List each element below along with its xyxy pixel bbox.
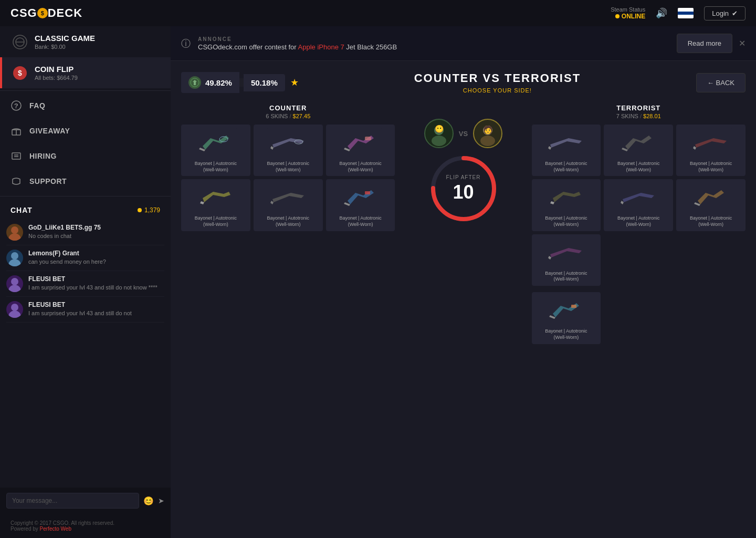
- t-player-avatar: 🧑: [473, 119, 502, 148]
- online-status: ONLINE: [615, 13, 645, 20]
- login-button[interactable]: Login ✔: [704, 6, 746, 20]
- chat-header: CHAT 1,379: [0, 201, 171, 220]
- skin-card[interactable]: Bayonet | Autotronic(Well-Worn): [604, 179, 673, 231]
- skin-card[interactable]: Bayonet | Autotronic(Well-Worn): [254, 179, 323, 231]
- game-title-section: COUNTER VS TERRORIST CHOOSE YOUR SIDE!: [414, 71, 581, 94]
- message-content: FLEUSI BET I am surprised your lvl 43 an…: [28, 275, 164, 292]
- game-area: 49.82% 50.18% ★ COUNTER VS TERRORIST CHO…: [171, 61, 756, 538]
- back-button[interactable]: ← BACK: [696, 73, 746, 92]
- star-icon[interactable]: ★: [290, 77, 299, 88]
- classic-game-icon: [13, 35, 27, 49]
- flip-timer-inner: FLIP AFTER 10: [429, 154, 498, 223]
- chat-messages: GoD_LiiKe1 BETS.gg 75 No codes in chat L…: [0, 220, 171, 488]
- game-header: 49.82% 50.18% ★ COUNTER VS TERRORIST CHO…: [181, 71, 746, 94]
- center-vs-section: 😶 VS 🧑: [406, 104, 521, 223]
- vs-section: COUNTER 6 SKINS / $27.45 Bayonet | Autot…: [181, 104, 746, 344]
- message-content: FLEUSI BET I am surprised your lvl 43 an…: [28, 301, 164, 318]
- skin-card[interactable]: Bayonet | Autotronic(Well-Worn): [676, 125, 746, 176]
- chat-count: 1,379: [138, 206, 160, 214]
- skin-card[interactable]: Bayonet | Autotronic(Well-Worn): [676, 179, 746, 231]
- message-content: Lemons(F) Grant can you send money on he…: [28, 250, 164, 266]
- svg-rect-27: [195, 182, 237, 211]
- sidebar-item-coin-flip[interactable]: $ COIN FLIP All bets: $664.79: [0, 57, 171, 88]
- svg-rect-46: [617, 182, 659, 211]
- list-item: GoD_LiiKe1 BETS.gg 75 No codes in chat: [6, 220, 164, 245]
- svg-rect-50: [571, 305, 576, 308]
- counter-stats: 6 SKINS / $27.45: [181, 113, 395, 119]
- counter-header: COUNTER 6 SKINS / $27.45: [181, 104, 395, 119]
- terrorist-stats: 7 SKINS / $28.01: [532, 113, 746, 119]
- logo-badge: $: [37, 8, 48, 18]
- flag-icon[interactable]: [678, 8, 694, 18]
- svg-rect-25: [340, 128, 382, 157]
- terrorist-header: TERRORIST 7 SKINS / $28.01: [532, 104, 746, 119]
- sidebar-item-classic-game[interactable]: CLASSIC GAME Bank: $0.00: [0, 26, 171, 57]
- svg-point-33: [432, 136, 446, 146]
- list-item: Lemons(F) Grant can you send money on he…: [6, 245, 164, 271]
- chat-online-dot: [138, 208, 142, 212]
- sidebar-item-support[interactable]: SUPPORT: [0, 169, 171, 194]
- avatar: [6, 224, 23, 241]
- coin-flip-icon: $: [13, 66, 27, 80]
- svg-rect-42: [545, 128, 587, 157]
- faq-icon: ?: [10, 100, 22, 111]
- emoji-button[interactable]: 😊: [143, 496, 154, 506]
- t-percent-panel: 50.18%: [244, 74, 285, 91]
- skin-card[interactable]: Bayonet | Autotronic(Well-Worn): [326, 179, 395, 231]
- skin-card[interactable]: Bayonet | Autotronic(Well-Worn): [326, 125, 395, 176]
- main-layout: CLASSIC GAME Bank: $0.00 $ COIN FLIP All…: [0, 26, 756, 538]
- svg-point-16: [11, 278, 18, 285]
- vs-text: VS: [459, 130, 468, 138]
- list-item: FLEUSI BET I am surprised your lvl 43 an…: [6, 271, 164, 297]
- announcement-content: ANNONCE CSGOdeck.com offer contest for A…: [198, 36, 397, 51]
- ct-icon: [188, 76, 201, 89]
- svg-point-14: [11, 252, 18, 260]
- skin-card[interactable]: Bayonet | Autotronic(Well-Worn): [532, 292, 601, 344]
- svg-rect-47: [690, 182, 732, 211]
- steam-icon: ✔: [732, 9, 738, 17]
- terrorist-skins-grid: Bayonet | Autotronic(Well-Worn) Bayonet …: [532, 125, 746, 344]
- sidebar-item-faq[interactable]: ? FAQ: [0, 93, 171, 118]
- chat-input[interactable]: [6, 493, 139, 509]
- avatars-row: 😶 VS 🧑: [424, 119, 502, 148]
- perfecto-web-link[interactable]: Perfecto Web: [40, 526, 71, 532]
- skin-card[interactable]: Bayonet | Autotronic(Well-Worn): [532, 179, 601, 231]
- svg-text:😶: 😶: [434, 125, 444, 133]
- ct-percent-panel: 49.82%: [181, 72, 239, 93]
- logo-text: CSG: [10, 6, 37, 20]
- svg-point-18: [11, 304, 18, 311]
- support-icon: [10, 175, 22, 187]
- close-announcement-button[interactable]: ✕: [739, 38, 746, 48]
- coin-flip-info: COIN FLIP All bets: $664.79: [35, 65, 160, 81]
- sidebar-menu: CLASSIC GAME Bank: $0.00 $ COIN FLIP All…: [0, 26, 171, 199]
- skin-card[interactable]: Bayonet | Autotronic(Well-Worn): [181, 179, 250, 231]
- sidebar: CLASSIC GAME Bank: $0.00 $ COIN FLIP All…: [0, 26, 171, 538]
- read-more-button[interactable]: Read more: [677, 34, 732, 53]
- sidebar-footer: Copyright © 2017 CSGO. All rights reserv…: [0, 514, 171, 538]
- divider-1: [0, 90, 171, 91]
- svg-rect-9: [12, 153, 20, 159]
- sidebar-item-giveaway[interactable]: GIVEAWAY: [0, 118, 171, 143]
- steam-status: Steam Status ONLINE: [611, 6, 645, 20]
- logo-text-2: DECK: [48, 6, 82, 20]
- counter-side-panel: COUNTER 6 SKINS / $27.45 Bayonet | Autot…: [181, 104, 395, 231]
- sidebar-item-hiring[interactable]: HIRING: [0, 143, 171, 169]
- logo[interactable]: CSG $ DECK: [10, 6, 82, 20]
- svg-rect-45: [545, 182, 587, 211]
- counter-skins-grid: Bayonet | Autotronic(Well-Worn) Bayonet …: [181, 125, 395, 231]
- announcement-bar: ⓘ ANNONCE CSGOdeck.com offer contest for…: [171, 26, 756, 61]
- sound-icon[interactable]: 🔊: [656, 7, 667, 19]
- list-item: FLEUSI BET I am surprised your lvl 43 an…: [6, 297, 164, 323]
- skin-card[interactable]: Bayonet | Autotronic(Well-Worn): [532, 125, 601, 176]
- announcement-left: ⓘ ANNONCE CSGOdeck.com offer contest for…: [181, 36, 397, 51]
- skin-card[interactable]: Bayonet | Autotronic(Well-Worn): [181, 125, 250, 176]
- info-icon: ⓘ: [181, 37, 191, 50]
- send-button[interactable]: ➤: [158, 496, 164, 505]
- skin-card[interactable]: Bayonet | Autotronic(Well-Worn): [532, 234, 601, 286]
- message-content: GoD_LiiKe1 BETS.gg 75 No codes in chat: [28, 224, 164, 241]
- skin-card[interactable]: Bayonet | Autotronic(Well-Worn): [254, 125, 323, 176]
- giveaway-icon: [10, 125, 22, 137]
- svg-rect-48: [545, 237, 587, 266]
- svg-point-19: [8, 311, 21, 318]
- skin-card[interactable]: Bayonet | Autotronic(Well-Worn): [604, 125, 673, 176]
